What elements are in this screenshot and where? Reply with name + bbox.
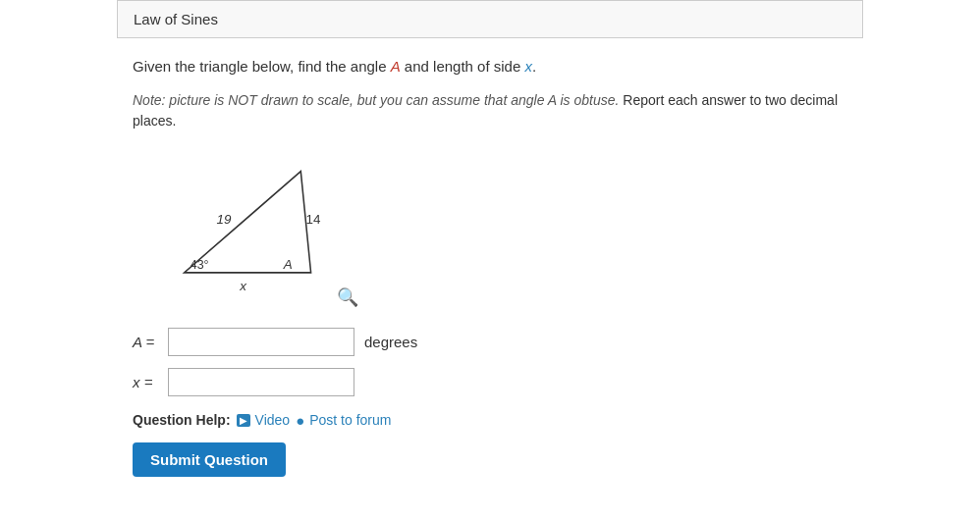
forum-link[interactable]: ● Post to forum bbox=[296, 412, 391, 429]
side-x-diagram-label: x bbox=[239, 279, 247, 293]
video-label: Video bbox=[255, 412, 291, 428]
note-text: Note: picture is NOT drawn to scale, but… bbox=[133, 90, 847, 131]
help-label: Question Help: bbox=[133, 412, 231, 428]
problem-statement: Given the triangle below, find the angle… bbox=[133, 56, 847, 78]
a-input[interactable] bbox=[168, 328, 354, 356]
statement-post: . bbox=[532, 58, 536, 75]
angle-43-label: 43° bbox=[191, 257, 209, 271]
side-x-label: x bbox=[524, 58, 532, 75]
forum-label: Post to forum bbox=[309, 412, 391, 428]
side-19-label: 19 bbox=[217, 212, 232, 227]
a-unit-label: degrees bbox=[364, 334, 417, 350]
angle-a-diagram-label: A bbox=[283, 256, 293, 271]
content-area: Given the triangle below, find the angle… bbox=[117, 56, 863, 496]
input-a-row: A = degrees bbox=[133, 328, 847, 356]
input-x-row: x = bbox=[133, 368, 847, 396]
page-container: Law of Sines Given the triangle below, f… bbox=[117, 0, 863, 496]
angle-a-label: A bbox=[391, 58, 401, 75]
submit-button[interactable]: Submit Question bbox=[133, 442, 286, 477]
statement-pre: Given the triangle below, find the angle bbox=[133, 58, 391, 75]
forum-icon: ● bbox=[296, 412, 304, 429]
video-link[interactable]: ▶ Video bbox=[237, 412, 291, 428]
page-title: Law of Sines bbox=[134, 11, 218, 27]
note-italic: Note: picture is NOT drawn to scale, but… bbox=[133, 92, 619, 108]
a-input-label: A = bbox=[133, 334, 168, 350]
x-input[interactable] bbox=[168, 368, 354, 396]
triangle-diagram: 19 14 43° A x 🔍 bbox=[152, 151, 368, 308]
x-input-label: x = bbox=[133, 374, 168, 390]
statement-mid: and length of side bbox=[401, 58, 525, 75]
triangle-svg: 19 14 43° A x bbox=[152, 151, 368, 308]
question-help: Question Help: ▶ Video ● Post to forum bbox=[133, 412, 847, 429]
side-14-label: 14 bbox=[305, 212, 320, 227]
title-bar: Law of Sines bbox=[117, 0, 863, 38]
zoom-icon[interactable]: 🔍 bbox=[337, 286, 358, 308]
video-icon: ▶ bbox=[237, 414, 250, 427]
